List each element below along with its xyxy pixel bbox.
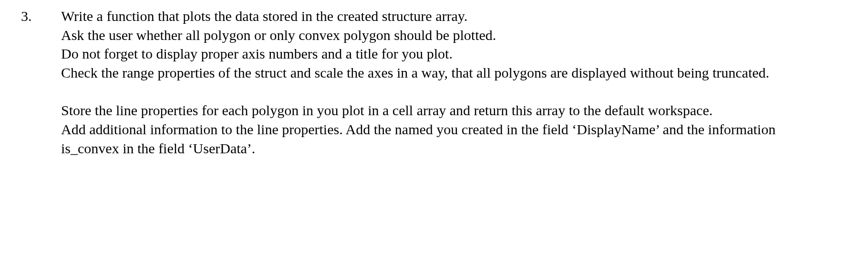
question-paragraph-1: Write a function that plots the data sto…: [61, 7, 834, 82]
question-number: 3.: [19, 7, 61, 26]
question-content: Write a function that plots the data sto…: [61, 7, 834, 158]
question-item: 3. Write a function that plots the data …: [19, 7, 849, 158]
question-paragraph-2: Store the line properties for each polyg…: [61, 101, 834, 158]
